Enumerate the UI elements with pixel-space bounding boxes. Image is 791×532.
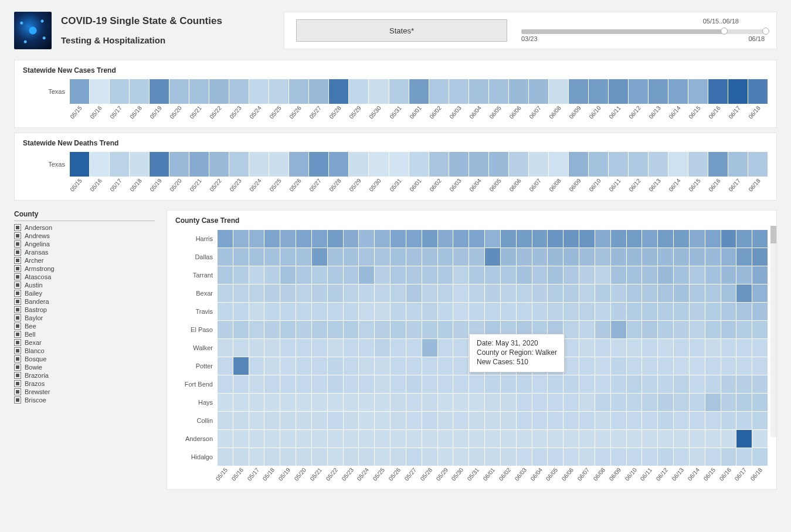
heatmap-cell[interactable]	[532, 230, 548, 248]
county-filter-item[interactable]: Bastrop	[14, 306, 155, 314]
checkbox-icon[interactable]	[14, 331, 21, 338]
heatmap-cell[interactable]	[438, 412, 454, 429]
heatmap-cell[interactable]	[721, 375, 737, 393]
heatmap-cell[interactable]	[627, 412, 643, 429]
heatmap-cell[interactable]	[391, 266, 406, 284]
heatmap-cell[interactable]	[280, 248, 296, 266]
heatmap-cell[interactable]	[705, 412, 721, 429]
heatmap-cell[interactable]	[438, 448, 454, 466]
heatmap-cell[interactable]	[705, 284, 721, 302]
heatmap-cell[interactable]	[611, 375, 627, 393]
heatmap-cell[interactable]	[589, 79, 609, 104]
heatmap-cell[interactable]	[748, 79, 768, 104]
heatmap-cell[interactable]	[375, 412, 391, 429]
heatmap-cell[interactable]	[611, 230, 627, 248]
checkbox-icon[interactable]	[14, 224, 21, 231]
heatmap-cell[interactable]	[627, 303, 643, 320]
heatmap-cell[interactable]	[344, 394, 359, 411]
heatmap-cell[interactable]	[690, 321, 705, 338]
heatmap-cell[interactable]	[289, 152, 309, 177]
date-range-slider[interactable]: 05/15..06/18 03/23 06/18	[521, 19, 765, 42]
heatmap-cell[interactable]	[595, 230, 611, 248]
heatmap-cell[interactable]	[705, 248, 721, 266]
heatmap-cell[interactable]	[532, 248, 548, 266]
heatmap-cell[interactable]	[296, 375, 312, 393]
heatmap-cell[interactable]	[328, 375, 344, 393]
heatmap-cell[interactable]	[328, 357, 344, 375]
heatmap-cell[interactable]	[229, 79, 249, 104]
heatmap-cell[interactable]	[642, 412, 658, 429]
heatmap-cell[interactable]	[375, 230, 391, 248]
checkbox-icon[interactable]	[14, 364, 21, 371]
heatmap-cell[interactable]	[453, 375, 469, 393]
checkbox-icon[interactable]	[14, 282, 21, 289]
heatmap-cell[interactable]	[249, 79, 269, 104]
heatmap-cell[interactable]	[736, 375, 752, 393]
heatmap-cell[interactable]	[721, 448, 737, 466]
heatmap-cell[interactable]	[579, 430, 595, 448]
heatmap-cell[interactable]	[517, 430, 532, 448]
heatmap-cell[interactable]	[658, 266, 674, 284]
slider-thumb-end[interactable]	[762, 28, 769, 35]
heatmap-cell[interactable]	[705, 303, 721, 320]
heatmap-cell[interactable]	[90, 79, 110, 104]
heatmap-cell[interactable]	[721, 248, 737, 266]
heatmap-cell[interactable]	[579, 284, 595, 302]
heatmap-cell[interactable]	[249, 412, 265, 429]
heatmap-cell[interactable]	[690, 230, 705, 248]
heatmap-cell[interactable]	[189, 79, 209, 104]
heatmap-cell[interactable]	[532, 394, 548, 411]
heatmap-cell[interactable]	[233, 448, 249, 466]
heatmap-cell[interactable]	[90, 152, 110, 177]
heatmap-cell[interactable]	[280, 339, 296, 357]
heatmap-cell[interactable]	[375, 248, 391, 266]
heatmap-cell[interactable]	[453, 230, 469, 248]
heatmap-cell[interactable]	[209, 152, 229, 177]
checkbox-icon[interactable]	[14, 306, 21, 313]
heatmap-cell[interactable]	[595, 339, 611, 357]
heatmap-cell[interactable]	[642, 266, 658, 284]
heatmap-cell[interactable]	[209, 79, 229, 104]
heatmap-cell[interactable]	[517, 303, 532, 320]
heatmap-cell[interactable]	[627, 357, 643, 375]
heatmap-cell[interactable]	[218, 357, 233, 375]
heatmap-cell[interactable]	[517, 412, 532, 429]
heatmap-cell[interactable]	[344, 412, 359, 429]
heatmap-cell[interactable]	[280, 394, 296, 411]
heatmap-cell[interactable]	[249, 375, 265, 393]
heatmap-cell[interactable]	[329, 79, 349, 104]
heatmap-cell[interactable]	[264, 430, 280, 448]
heatmap-cell[interactable]	[501, 375, 517, 393]
heatmap-cell[interactable]	[752, 394, 768, 411]
heatmap-cell[interactable]	[328, 430, 344, 448]
heatmap-cell[interactable]	[422, 266, 438, 284]
heatmap-cell[interactable]	[422, 230, 438, 248]
heatmap-cell[interactable]	[391, 284, 406, 302]
heatmap-cell[interactable]	[563, 357, 579, 375]
heatmap-cell[interactable]	[629, 152, 649, 177]
heatmap-cell[interactable]	[429, 79, 449, 104]
heatmap-cell[interactable]	[218, 412, 233, 429]
heatmap-cell[interactable]	[642, 248, 658, 266]
heatmap-cell[interactable]	[658, 412, 674, 429]
county-filter-item[interactable]: Atascosa	[14, 273, 155, 281]
heatmap-cell[interactable]	[218, 230, 233, 248]
heatmap-cell[interactable]	[721, 430, 737, 448]
heatmap-cell[interactable]	[249, 448, 265, 466]
heatmap-cell[interactable]	[627, 375, 643, 393]
heatmap-cell[interactable]	[469, 266, 485, 284]
heatmap-cell[interactable]	[280, 357, 296, 375]
heatmap-cell[interactable]	[627, 321, 643, 338]
heatmap-cell[interactable]	[438, 375, 454, 393]
heatmap-cell[interactable]	[485, 430, 501, 448]
heatmap-cell[interactable]	[344, 430, 359, 448]
slider-track[interactable]	[521, 29, 765, 34]
heatmap-cell[interactable]	[296, 357, 312, 375]
heatmap-cell[interactable]	[721, 266, 737, 284]
heatmap-cell[interactable]	[658, 284, 674, 302]
heatmap-cell[interactable]	[110, 79, 130, 104]
heatmap-cell[interactable]	[736, 357, 752, 375]
heatmap-cell[interactable]	[391, 303, 406, 320]
heatmap-cell[interactable]	[218, 248, 233, 266]
heatmap-cell[interactable]	[264, 375, 280, 393]
